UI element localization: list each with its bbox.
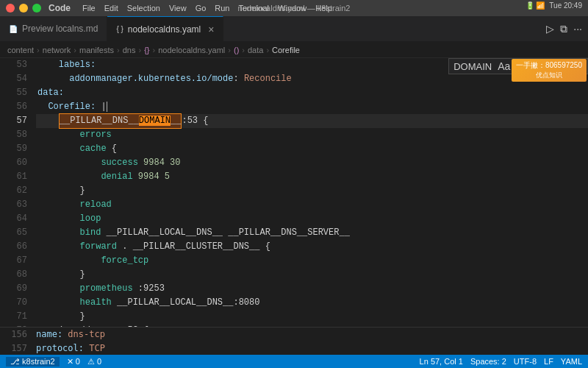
statusbar-spaces[interactable]: Spaces: 2 — [470, 357, 506, 366]
ln-57: 57 — [0, 114, 27, 128]
ln-66: 66 — [0, 240, 27, 254]
tab-bar: 📄 Preview localns.md { } nodelocaldns.ya… — [0, 16, 588, 42]
code-line-56: Corefile: | — [36, 100, 588, 114]
ln-58: 58 — [0, 128, 27, 142]
window-title: nodelocaldns.yaml — k8strain2 — [238, 4, 351, 13]
menu-go[interactable]: Go — [196, 4, 207, 13]
code-line-67: force_tcp — [36, 254, 588, 268]
code-line-69: prometheus :9253 — [36, 282, 588, 296]
tab-yaml-icon: { } — [116, 25, 123, 33]
search-case-btn[interactable]: Aa — [498, 60, 510, 72]
statusbar-git[interactable]: ⎇ k8strain2 — [6, 357, 60, 367]
statusbar-language[interactable]: YAML — [561, 357, 582, 366]
code-line-63: reload — [36, 198, 588, 212]
ln-68: 68 — [0, 268, 27, 282]
code-line-61: denial 9984 5 — [36, 170, 588, 184]
bottom-line-156: name: dns-tcp — [36, 328, 105, 342]
code-line-55: data: — [36, 86, 588, 100]
menu-selection[interactable]: Selection — [127, 4, 160, 13]
code-line-59: cache { — [36, 142, 588, 156]
run-btn[interactable]: ▷ — [546, 23, 554, 35]
ln-156: 156 — [11, 329, 27, 339]
titlebar-right: 🔋 📶 Tue 20:49 — [526, 1, 582, 10]
ln-71: 71 — [0, 310, 27, 324]
ln-56: 56 — [0, 100, 27, 114]
code-line-58: errors — [36, 128, 588, 142]
breadcrumb-braces: {} — [144, 46, 149, 54]
breadcrumb-network[interactable]: network — [43, 46, 71, 54]
menu-file[interactable]: File — [82, 4, 96, 13]
code-line-70: health __PILLAR__LOCAL__DNS__:8080 — [36, 296, 588, 310]
editor-container: DOMAIN Aa ab .* 1 of 1 ↑ ↓ × 53 54 55 56… — [0, 58, 588, 339]
breadcrumb-dns[interactable]: dns — [123, 46, 136, 54]
ln-55: 55 — [0, 86, 27, 100]
code-line-64: loop — [36, 212, 588, 226]
tab-yaml-close[interactable]: × — [208, 24, 214, 35]
code-line-71: } — [36, 310, 588, 324]
tab-preview-icon: 📄 — [9, 25, 18, 33]
ln-64: 64 — [0, 212, 27, 226]
tab-yaml-label: nodelocaldns.yaml — [128, 24, 201, 35]
hint-badge: 一手撇：806597250 优点知识 — [512, 59, 587, 82]
clock: Tue 20:49 — [549, 1, 582, 10]
ln-65: 65 — [0, 226, 27, 240]
hint-badge-text: 一手撇：806597250 — [516, 60, 582, 71]
statusbar-line-col[interactable]: Ln 57, Col 1 — [420, 357, 463, 366]
split-btn[interactable]: ⧉ — [560, 23, 567, 35]
menu-run[interactable]: Run — [215, 4, 229, 13]
menu-view[interactable]: View — [169, 4, 187, 13]
breadcrumb-corefile[interactable]: Corefile — [272, 46, 300, 54]
bottom-strip: 156 157 name: dns-tcp protocol: TCP — [0, 327, 588, 355]
code-line-60: success 9984 30 — [36, 156, 588, 170]
statusbar-warnings[interactable]: ⚠ 0 — [87, 357, 101, 367]
statusbar-encoding[interactable]: UTF-8 — [514, 357, 537, 366]
system-icons: 🔋 📶 — [526, 1, 545, 10]
breadcrumb-manifests[interactable]: manifests — [79, 46, 114, 54]
more-btn[interactable]: ··· — [573, 23, 582, 35]
ln-59: 59 — [0, 142, 27, 156]
bottom-line-157: protocol: TCP — [36, 342, 105, 355]
statusbar-right: Ln 57, Col 1 Spaces: 2 UTF-8 LF YAML — [420, 357, 582, 366]
titlebar: Code File Edit Selection View Go Run Ter… — [0, 0, 588, 16]
close-btn[interactable] — [6, 4, 15, 13]
ln-54: 54 — [0, 72, 27, 86]
minimize-btn[interactable] — [19, 4, 28, 13]
code-line-68: } — [36, 268, 588, 282]
ln-53: 53 — [0, 58, 27, 72]
tab-preview[interactable]: 📄 Preview localns.md — [0, 16, 107, 41]
code-editor[interactable]: labels: addonmanager.kubernetes.io/mode:… — [33, 58, 588, 339]
line-numbers: 53 54 55 56 57 58 59 60 61 62 63 64 65 6… — [0, 58, 33, 339]
statusbar-errors[interactable]: ✕ 0 — [67, 357, 80, 367]
breadcrumb-file[interactable]: nodelocaldns.yaml — [158, 46, 225, 54]
ln-62: 62 — [0, 184, 27, 198]
search-label: DOMAIN — [453, 61, 492, 72]
ln-67: 67 — [0, 254, 27, 268]
code-line-66: forward . __PILLAR__CLUSTER__DNS__ { — [36, 240, 588, 254]
breadcrumb-data[interactable]: data — [248, 46, 263, 54]
ln-63: 63 — [0, 198, 27, 212]
ln-60: 60 — [0, 156, 27, 170]
statusbar: ⎇ k8strain2 ✕ 0 ⚠ 0 Ln 57, Col 1 Spaces:… — [0, 355, 588, 368]
breadcrumb: content › network › manifests › dns › {}… — [0, 42, 588, 58]
hint-badge-subtext: 优点知识 — [516, 71, 582, 80]
menu-edit[interactable]: Edit — [104, 4, 118, 13]
code-line-62: } — [36, 184, 588, 198]
domain-highlight: __PILLAR__DNS__DOMAIN__ — [59, 113, 182, 129]
ln-157: 157 — [11, 343, 27, 353]
code-line-57: __PILLAR__DNS__DOMAIN__:53 { — [36, 114, 588, 128]
breadcrumb-parens: () — [234, 46, 239, 54]
window-controls[interactable] — [6, 4, 41, 13]
bottom-code: name: dns-tcp protocol: TCP — [33, 328, 105, 355]
code-line-65: bind __PILLAR__LOCAL__DNS__ __PILLAR__DN… — [36, 226, 588, 240]
tab-yaml[interactable]: { } nodelocaldns.yaml × — [107, 16, 223, 41]
ln-61: 61 — [0, 170, 27, 184]
ln-70: 70 — [0, 296, 27, 310]
tab-preview-label: Preview localns.md — [22, 24, 98, 34]
maximize-btn[interactable] — [32, 4, 41, 13]
statusbar-eol[interactable]: LF — [544, 357, 553, 366]
breadcrumb-content[interactable]: content — [7, 46, 34, 54]
ln-69: 69 — [0, 282, 27, 296]
bottom-line-numbers: 156 157 — [0, 328, 33, 355]
app-name: Code — [49, 3, 71, 13]
